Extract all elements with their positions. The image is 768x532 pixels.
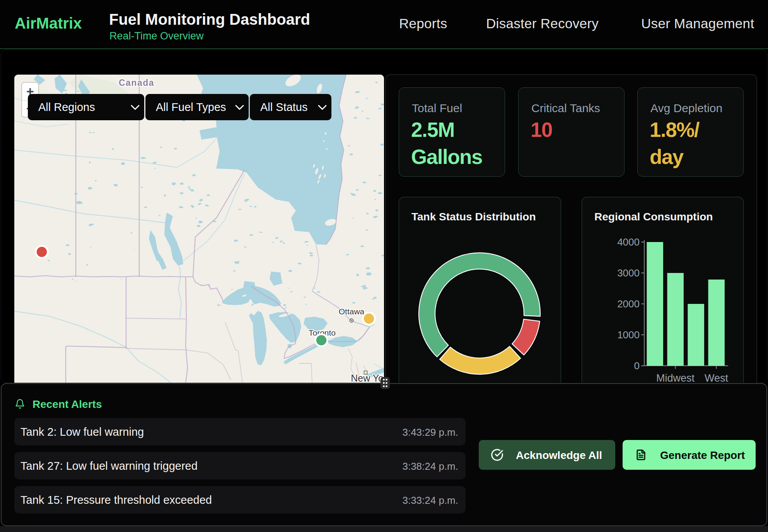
svg-text:Midwest: Midwest — [656, 372, 695, 382]
svg-text:Ottawa: Ottawa — [339, 307, 365, 316]
svg-text:0: 0 — [634, 360, 640, 372]
svg-text:4000: 4000 — [617, 236, 640, 248]
svg-text:3000: 3000 — [617, 267, 640, 279]
svg-text:West: West — [705, 372, 729, 382]
svg-text:1000: 1000 — [617, 329, 640, 341]
svg-text:Canada: Canada — [119, 78, 154, 88]
svg-text:2000: 2000 — [617, 298, 640, 310]
